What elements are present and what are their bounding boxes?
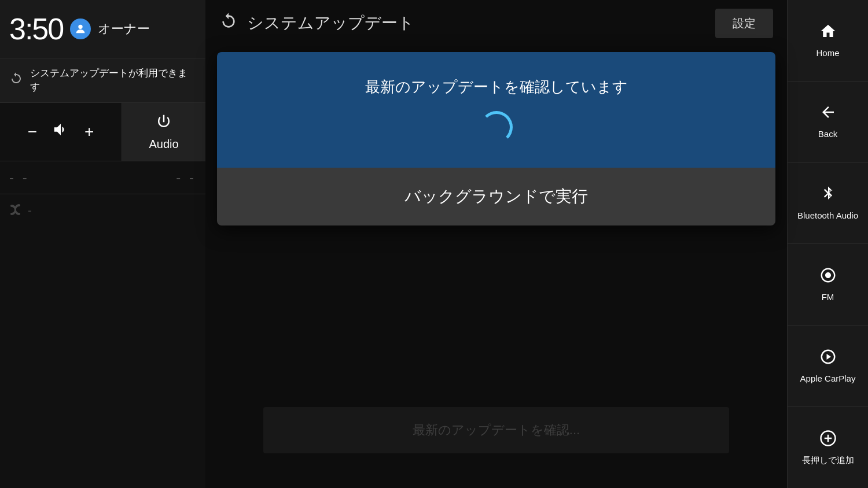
left-sidebar: 3:50 オーナー システムアップデートが利用できます − + xyxy=(0,0,205,488)
nav-item-home[interactable]: Home xyxy=(788,0,868,82)
nav-label-home: Home xyxy=(816,47,839,59)
nav-item-carplay[interactable]: Apple CarPlay xyxy=(788,326,868,407)
audio-controls: − + Audio xyxy=(0,103,205,161)
carplay-icon xyxy=(819,348,837,369)
modal-message: 最新のアップデートを確認しています xyxy=(365,77,628,97)
modal-bottom-section[interactable]: バックグラウンドで実行 xyxy=(217,168,775,225)
background-content: 最新のアップデートを確認... xyxy=(263,407,729,453)
modal-top-section: 最新のアップデートを確認しています xyxy=(217,52,775,168)
nav-label-add: 長押しで追加 xyxy=(802,454,854,466)
nav-label-carplay: Apple CarPlay xyxy=(800,373,856,385)
power-icon xyxy=(155,113,172,134)
time-display: 3:50 xyxy=(9,12,63,46)
nav-item-fm[interactable]: FM xyxy=(788,244,868,326)
volume-down-button[interactable]: − xyxy=(23,118,42,146)
svg-point-0 xyxy=(79,25,83,29)
fan-icon xyxy=(9,202,23,220)
nav-label-back: Back xyxy=(818,128,837,140)
time-user-bar: 3:50 オーナー xyxy=(0,0,205,58)
settings-button[interactable]: 設定 xyxy=(715,9,773,38)
speaker-icon xyxy=(52,121,69,142)
bluetooth-icon xyxy=(819,185,837,206)
dash-right: - - xyxy=(176,169,196,186)
add-icon xyxy=(819,430,837,451)
dash-left: - - xyxy=(9,169,30,186)
user-avatar-icon xyxy=(70,19,91,39)
modal-action-text: バックグラウンドで実行 xyxy=(404,186,588,208)
audio-label: Audio xyxy=(149,138,178,151)
volume-section: − + xyxy=(0,103,122,161)
notification-text: システムアップデートが利用できます xyxy=(30,66,196,94)
home-icon xyxy=(819,23,837,44)
nav-item-bluetooth[interactable]: Bluetooth Audio xyxy=(788,163,868,245)
nav-label-bluetooth: Bluetooth Audio xyxy=(797,210,858,221)
page-title: システムアップデート xyxy=(247,12,414,34)
top-bar: システムアップデート 設定 xyxy=(205,0,787,46)
user-name: オーナー xyxy=(98,20,150,38)
notification-bar: システムアップデートが利用できます xyxy=(0,58,205,102)
nav-item-back[interactable]: Back xyxy=(788,82,868,163)
bg-content-text: 最新のアップデートを確認... xyxy=(413,422,580,439)
notification-refresh-icon xyxy=(9,72,23,89)
fan-row: - xyxy=(0,194,205,228)
fm-icon xyxy=(819,267,837,288)
volume-up-button[interactable]: + xyxy=(80,118,98,146)
svg-marker-3 xyxy=(826,354,831,360)
back-icon xyxy=(819,103,837,125)
update-modal: 最新のアップデートを確認しています バックグラウンドで実行 xyxy=(217,52,775,225)
page-refresh-icon xyxy=(219,12,238,35)
audio-power-button[interactable]: Audio xyxy=(122,103,205,161)
nav-label-fm: FM xyxy=(822,291,834,303)
nav-item-add[interactable]: 長押しで追加 xyxy=(788,407,868,488)
fan-text: - xyxy=(28,204,32,217)
right-sidebar: Home Back Bluetooth Audio FM xyxy=(787,0,868,488)
loading-spinner xyxy=(480,111,513,143)
main-content: システムアップデート 設定 最新のアップデートを確認しています バックグラウンド… xyxy=(205,0,787,488)
dash-row: - - - - xyxy=(0,161,205,194)
